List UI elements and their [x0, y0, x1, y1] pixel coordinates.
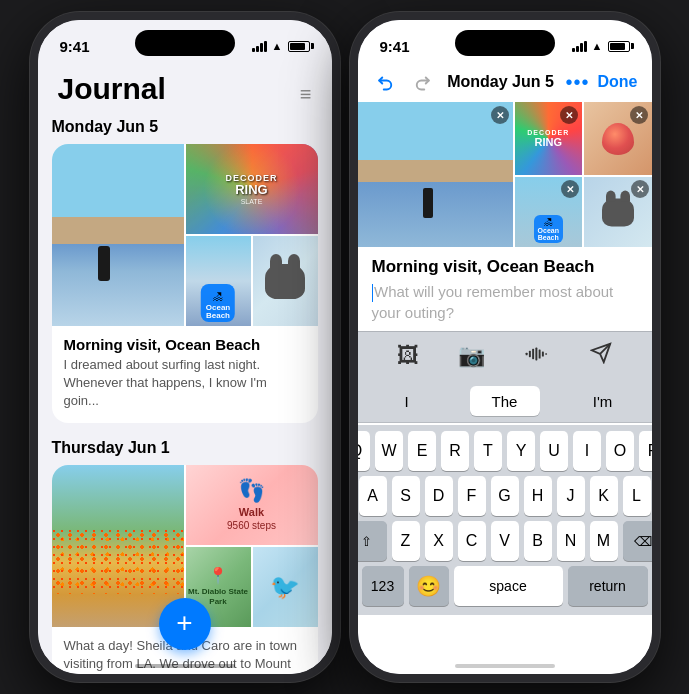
done-button[interactable]: Done [597, 73, 637, 91]
signal-bars-right [572, 41, 587, 52]
key-u[interactable]: U [540, 431, 568, 471]
left-phone: 9:41 ▲ Journal ≡ [30, 12, 340, 682]
section-date-thursday: Thursday Jun 1 [52, 439, 318, 457]
key-t[interactable]: T [474, 431, 502, 471]
key-q[interactable]: Q [358, 431, 371, 471]
battery-icon-right [608, 41, 630, 52]
photo-poppy-field [52, 465, 184, 627]
battery-fill-left [290, 43, 305, 50]
battery-icon-left [288, 41, 310, 52]
bar2r [576, 46, 579, 52]
journal-header: Journal ≡ [38, 72, 332, 114]
strip-main-close[interactable]: ✕ [491, 106, 509, 124]
shift-key[interactable]: ⇧ [358, 521, 387, 561]
space-key[interactable]: space [454, 566, 563, 606]
return-key[interactable]: return [568, 566, 648, 606]
strip-shell-close[interactable]: ✕ [630, 106, 648, 124]
strip-ocean-label: 🏖 Ocean Beach [534, 215, 563, 243]
bar3r [580, 43, 583, 52]
right-phone: 9:41 ▲ [350, 12, 660, 682]
key-m[interactable]: M [590, 521, 618, 561]
svg-rect-0 [525, 352, 527, 355]
key-k[interactable]: K [590, 476, 618, 516]
key-v[interactable]: V [491, 521, 519, 561]
status-icons-right: ▲ [572, 40, 630, 52]
strip-right-photos: ✕ DECODER RING ✕ ✕ [515, 102, 652, 247]
key-y[interactable]: Y [507, 431, 535, 471]
bar1 [252, 48, 255, 52]
photo-dog [253, 236, 318, 326]
key-row-3: ⇧ Z X C V B N M ⌫ [362, 521, 648, 561]
key-p[interactable]: P [639, 431, 652, 471]
key-z[interactable]: Z [392, 521, 420, 561]
waveform-toolbar-icon[interactable] [525, 344, 551, 369]
sol-text1: Ocean [538, 227, 559, 234]
photo-strip: ✕ ✕ DECODER RING ✕ [358, 102, 652, 247]
sd2: RING [527, 136, 569, 148]
compose-entry-title: Morning visit, Ocean Beach [372, 257, 638, 277]
key-j[interactable]: J [557, 476, 585, 516]
svg-rect-1 [529, 350, 531, 357]
key-r[interactable]: R [441, 431, 469, 471]
key-s[interactable]: S [392, 476, 420, 516]
strip-ocean-close[interactable]: ✕ [561, 180, 579, 198]
svg-rect-2 [532, 348, 534, 358]
diablo-icon: 📍 [208, 566, 228, 585]
key-row-bottom: 123 😊 space return [362, 566, 648, 606]
key-a[interactable]: A [359, 476, 387, 516]
key-l[interactable]: L [623, 476, 651, 516]
key-e[interactable]: E [408, 431, 436, 471]
key-i[interactable]: I [573, 431, 601, 471]
sol-icon: 🏖 [538, 217, 559, 227]
add-entry-fab[interactable]: + [159, 598, 211, 650]
key-f[interactable]: F [458, 476, 486, 516]
entry-text-beach: Morning visit, Ocean Beach I dreamed abo… [52, 326, 318, 423]
camera-toolbar-icon[interactable]: 📷 [458, 343, 485, 369]
key-g[interactable]: G [491, 476, 519, 516]
decoder-line3: SLATE [225, 198, 277, 205]
key-w[interactable]: W [375, 431, 403, 471]
compose-text-area[interactable]: Morning visit, Ocean Beach What will you… [358, 247, 652, 331]
home-indicator-right [455, 664, 555, 668]
key-x[interactable]: X [425, 521, 453, 561]
more-button[interactable]: ••• [565, 71, 589, 94]
filter-icon[interactable]: ≡ [300, 83, 312, 106]
photo-decoder: DECODER RING SLATE [186, 144, 318, 234]
photo-beach [52, 144, 184, 326]
compose-nav-left [372, 68, 436, 96]
strip-main-photo: ✕ [358, 102, 513, 247]
status-time-left: 9:41 [60, 38, 90, 55]
strip-decoder-close[interactable]: ✕ [560, 106, 578, 124]
suggestion-1[interactable]: I [372, 386, 442, 416]
suggestion-2[interactable]: The [470, 386, 540, 416]
key-n[interactable]: N [557, 521, 585, 561]
redo-button[interactable] [408, 68, 436, 96]
key-row-2: A S D F G H J K L [362, 476, 648, 516]
numbers-key[interactable]: 123 [362, 566, 404, 606]
send-toolbar-icon[interactable] [590, 342, 612, 370]
wifi-icon-left: ▲ [272, 40, 283, 52]
compose-nav-title: Monday Jun 5 [447, 73, 554, 91]
entry-card-beach[interactable]: DECODER RING SLATE 🏖 Ocean Beach [52, 144, 318, 423]
decoder-text: DECODER RING SLATE [225, 173, 277, 204]
strip-top-right: ✕ DECODER RING ✕ [515, 102, 652, 175]
undo-button[interactable] [372, 68, 400, 96]
suggestion-3[interactable]: I'm [568, 386, 638, 416]
strip-dog-close[interactable]: ✕ [631, 180, 649, 198]
key-b[interactable]: B [524, 521, 552, 561]
svg-rect-4 [538, 349, 540, 358]
photo-toolbar-icon[interactable]: 🖼 [397, 343, 419, 369]
svg-rect-3 [535, 347, 537, 360]
emoji-key[interactable]: 😊 [409, 566, 449, 606]
backspace-key[interactable]: ⌫ [623, 521, 652, 561]
key-d[interactable]: D [425, 476, 453, 516]
key-o[interactable]: O [606, 431, 634, 471]
photo-grid-beach: DECODER RING SLATE 🏖 Ocean Beach [52, 144, 318, 326]
bar4r [584, 41, 587, 52]
dog-shape [265, 264, 305, 299]
journal-content: Monday Jun 5 DECODER RING SLATE [38, 114, 332, 674]
key-h[interactable]: H [524, 476, 552, 516]
photo-bird: 🐦 [253, 547, 318, 627]
entry-body-beach: I dreamed about surfing last night. When… [64, 356, 306, 411]
key-c[interactable]: C [458, 521, 486, 561]
